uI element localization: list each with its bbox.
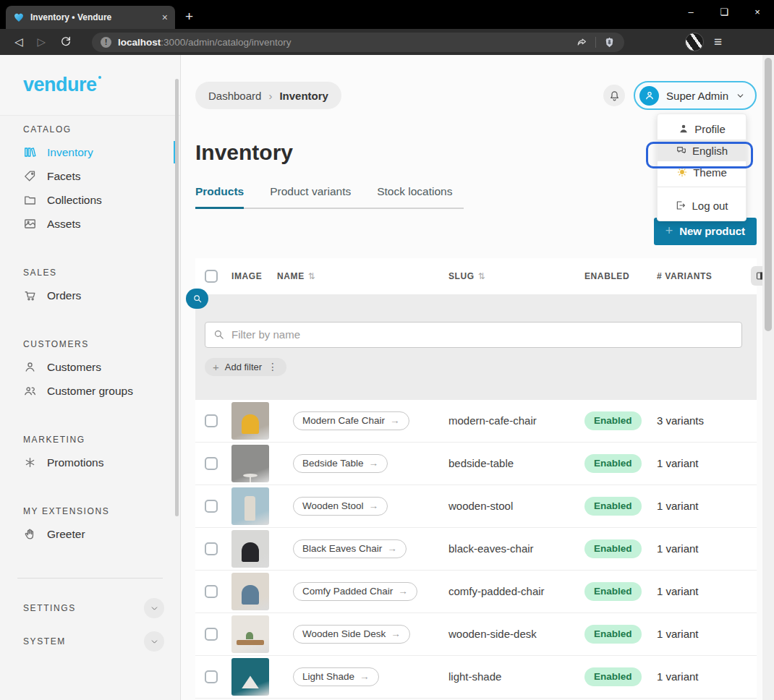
tab-stock-locations[interactable]: Stock locations	[377, 185, 452, 208]
sidebar-item-label: Assets	[47, 218, 81, 231]
table-row: Comfy Padded Chair→comfy-padded-chairEna…	[195, 571, 757, 613]
expand-section-button[interactable]	[144, 598, 164, 618]
arrow-right-icon: →	[391, 628, 401, 639]
users-icon	[23, 384, 37, 398]
product-name-link[interactable]: Modern Cafe Chair→	[293, 411, 409, 430]
notifications-button[interactable]	[603, 85, 625, 106]
chevron-icon	[150, 604, 159, 613]
user-name-label: Super Admin	[666, 90, 728, 102]
breadcrumb-item-dashboard[interactable]: Dashboard	[208, 90, 261, 102]
row-checkbox[interactable]	[205, 628, 218, 641]
column-header-image: IMAGE	[231, 271, 277, 281]
menu-item-theme[interactable]: Theme	[658, 161, 746, 183]
product-name-link[interactable]: Wooden Side Desk→	[293, 625, 410, 644]
site-info-icon[interactable]: !	[101, 37, 111, 48]
tab-close-icon[interactable]: ×	[162, 12, 168, 22]
breadcrumb-item-inventory[interactable]: Inventory	[279, 90, 328, 102]
menu-item-profile[interactable]: Profile	[658, 118, 746, 140]
sidebar-item-collections[interactable]: Collections	[0, 188, 180, 212]
sidebar-item-assets[interactable]: Assets	[0, 212, 180, 236]
product-slug: wooden-side-desk	[448, 628, 584, 640]
product-thumbnail	[231, 658, 269, 696]
product-name-link[interactable]: Comfy Padded Chair→	[293, 582, 417, 601]
breadcrumb: Dashboard›Inventory	[195, 82, 341, 109]
share-icon[interactable]	[576, 36, 588, 48]
sidebar-scrollbar-thumb[interactable]	[175, 79, 179, 516]
window-minimize-button[interactable]: –	[674, 0, 707, 23]
logout-icon	[675, 200, 686, 211]
sidebar-item-customers[interactable]: Customers	[0, 355, 180, 379]
row-checkbox[interactable]	[205, 414, 218, 427]
sidebar-section-label: MARKETING	[23, 435, 180, 445]
products-table: IMAGENAME⇅SLUG⇅ENABLED# VARIANTS +	[195, 258, 757, 699]
sidebar-divider	[17, 578, 163, 579]
address-bar[interactable]: ! localhost:3000/admin/catalog/inventory	[92, 33, 624, 52]
product-name-link[interactable]: Bedside Table→	[293, 454, 388, 473]
sidebar-item-customer-groups[interactable]: Customer groups	[0, 379, 180, 403]
row-checkbox[interactable]	[205, 500, 218, 513]
user-menu-button[interactable]: Super Admin	[634, 81, 757, 110]
menu-item-english[interactable]: English	[658, 140, 746, 161]
page-scrollbar-thumb[interactable]	[765, 58, 772, 331]
add-filter-button[interactable]: + Add filter ⋮	[205, 358, 286, 376]
row-checkbox[interactable]	[205, 457, 218, 470]
chevron-icon	[150, 637, 159, 646]
table-row: Wooden Stool→wooden-stoolEnabled1 varian…	[195, 485, 757, 528]
row-checkbox[interactable]	[205, 670, 218, 683]
product-name-link[interactable]: Light Shade→	[293, 667, 379, 686]
table-row: Bedside Table→bedside-tableEnabled1 vari…	[195, 443, 757, 485]
window-close-button[interactable]: ×	[741, 0, 774, 23]
status-badge: Enabled	[584, 411, 642, 430]
sort-icon[interactable]: ⇅	[308, 271, 316, 281]
sidebar-collapsed-settings[interactable]: SETTINGS	[0, 597, 180, 619]
sidebar-section: CUSTOMERSCustomersCustomer groups	[0, 339, 180, 403]
filter-by-name-input[interactable]	[205, 322, 742, 348]
browser-window: Inventory • Vendure × + – ❏ × ◁ ▷ ! loca…	[0, 0, 774, 700]
sidebar-section-label: CUSTOMERS	[23, 339, 180, 349]
status-badge: Enabled	[584, 497, 642, 516]
reload-button[interactable]	[60, 35, 72, 49]
asterisk-icon	[23, 456, 37, 469]
arrow-right-icon: →	[360, 671, 370, 682]
select-all-checkbox[interactable]	[205, 270, 218, 283]
sidebar-item-orders[interactable]: Orders	[0, 283, 180, 307]
new-tab-button[interactable]: +	[185, 9, 193, 25]
sidebar-item-inventory[interactable]: Inventory	[0, 140, 180, 164]
vendure-logo[interactable]: vendure	[23, 74, 97, 96]
browser-menu-icon[interactable]: ≡	[714, 34, 722, 50]
language-icon	[676, 145, 687, 156]
sidebar-collapsed-system[interactable]: SYSTEM	[0, 631, 180, 652]
user-icon	[23, 360, 37, 374]
forward-button[interactable]: ▷	[38, 35, 46, 48]
sidebar-section: CATALOGInventoryFacetsCollectionsAssets	[0, 124, 180, 236]
browser-tab[interactable]: Inventory • Vendure ×	[6, 6, 175, 29]
page-scrollbar-track[interactable]	[762, 55, 774, 700]
expand-section-button[interactable]	[144, 631, 164, 652]
browser-profile-avatar[interactable]	[685, 33, 704, 51]
variant-count: 1 variant	[657, 628, 751, 640]
column-header-enabled: ENABLED	[584, 271, 657, 281]
menu-item-log-out[interactable]: Log out	[658, 194, 746, 217]
window-maximize-button[interactable]: ❏	[707, 0, 741, 23]
product-slug: modern-cafe-chair	[448, 414, 584, 427]
row-checkbox[interactable]	[205, 542, 218, 555]
brave-shield-icon[interactable]	[603, 36, 616, 48]
menu-divider	[658, 187, 746, 187]
tab-products[interactable]: Products	[195, 185, 244, 209]
variant-count: 1 variant	[657, 457, 751, 469]
product-name-link[interactable]: Black Eaves Chair→	[293, 539, 407, 558]
search-toggle-button[interactable]	[186, 289, 208, 309]
breadcrumb-separator: ›	[268, 90, 272, 102]
product-thumbnail	[231, 615, 269, 653]
product-slug: light-shade	[448, 670, 584, 683]
sidebar-item-promotions[interactable]: Promotions	[0, 451, 180, 474]
sidebar-item-facets[interactable]: Facets	[0, 164, 180, 188]
sidebar-item-greeter[interactable]: Greeter	[0, 522, 180, 546]
new-product-button[interactable]: + New product	[654, 218, 757, 245]
tab-product-variants[interactable]: Product variants	[270, 185, 351, 208]
product-name-link[interactable]: Wooden Stool→	[293, 497, 388, 516]
profile-icon	[678, 123, 689, 135]
back-button[interactable]: ◁	[14, 35, 23, 48]
row-checkbox[interactable]	[205, 585, 218, 598]
sort-icon[interactable]: ⇅	[478, 271, 486, 281]
